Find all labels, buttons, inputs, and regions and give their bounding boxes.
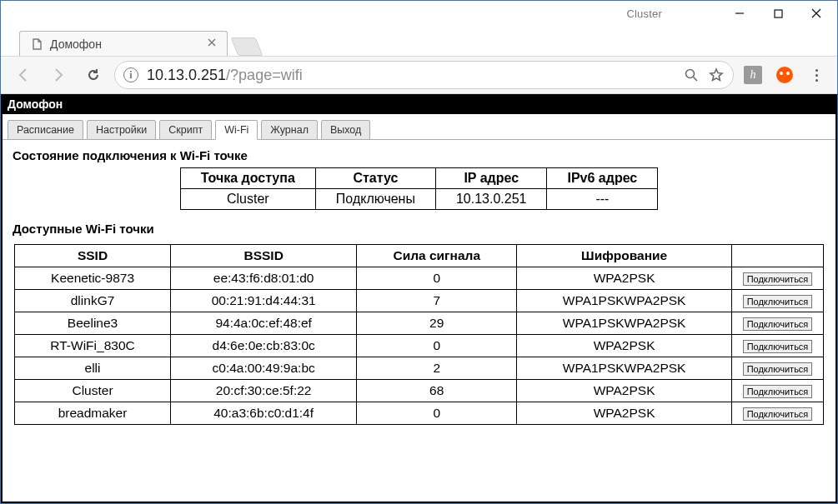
network-cell-bssid: 20:cf:30:ce:5f:22 bbox=[171, 380, 357, 402]
status-table: Точка доступаСтатусIP адресIPv6 адрес Cl… bbox=[180, 167, 659, 210]
network-action-cell: Подключиться bbox=[732, 335, 824, 357]
status-cell: 10.13.0.251 bbox=[435, 189, 547, 210]
page-tab[interactable]: Настройки bbox=[87, 120, 156, 140]
network-cell-ssid: Beeline3 bbox=[15, 312, 171, 335]
svg-rect-1 bbox=[775, 10, 782, 17]
address-bar[interactable]: i 10.13.0.251/?page=wifi bbox=[114, 61, 734, 89]
networks-header: SSID bbox=[15, 245, 171, 267]
window-title: Cluster bbox=[626, 7, 662, 20]
network-cell-ssid: Cluster bbox=[15, 380, 171, 402]
connect-button[interactable]: Подключиться bbox=[743, 317, 813, 331]
network-cell-enc: WPA2PSK bbox=[517, 335, 732, 357]
network-cell-enc: WPA1PSKWPA2PSK bbox=[517, 357, 732, 380]
new-tab-button[interactable] bbox=[231, 37, 263, 56]
url-text: 10.13.0.251/?page=wifi bbox=[147, 67, 675, 84]
status-cell: Cluster bbox=[180, 189, 315, 210]
network-cell-ssid: elli bbox=[15, 357, 171, 380]
titlebar: Cluster bbox=[1, 1, 837, 26]
forward-button[interactable] bbox=[44, 61, 73, 89]
network-cell-ssid: RT-WiFi_830C bbox=[15, 335, 171, 357]
browser-menu-button[interactable] bbox=[804, 62, 829, 87]
network-cell-signal: 0 bbox=[357, 335, 517, 357]
network-cell-signal: 29 bbox=[357, 312, 517, 335]
network-cell-signal: 68 bbox=[357, 380, 517, 402]
status-cell: Подключены bbox=[315, 189, 435, 210]
network-action-cell: Подключиться bbox=[732, 357, 824, 380]
svg-point-6 bbox=[686, 70, 695, 78]
network-cell-enc: WPA2PSK bbox=[517, 380, 732, 402]
networks-section-title: Доступные Wi-Fi точки bbox=[3, 213, 835, 241]
network-cell-ssid: breadmaker bbox=[15, 402, 171, 425]
connect-button[interactable]: Подключиться bbox=[743, 407, 813, 421]
page: Домофон РасписаниеНастройкиСкриптWi-FiЖу… bbox=[1, 94, 837, 503]
minimize-button[interactable] bbox=[720, 1, 759, 26]
network-cell-signal: 0 bbox=[357, 402, 517, 425]
status-header: Точка доступа bbox=[180, 168, 315, 189]
network-cell-signal: 7 bbox=[357, 290, 517, 312]
site-info-icon[interactable]: i bbox=[123, 67, 138, 82]
network-cell-bssid: 40:a3:6b:c0:d1:4f bbox=[171, 402, 357, 425]
svg-line-7 bbox=[694, 77, 698, 82]
status-section-title: Состояние подключения к Wi-Fi точке bbox=[3, 140, 835, 167]
network-action-cell: Подключиться bbox=[732, 312, 824, 335]
network-cell-enc: WPA2PSK bbox=[517, 402, 732, 425]
status-header: IP адрес bbox=[435, 168, 547, 189]
connect-button[interactable]: Подключиться bbox=[743, 295, 813, 308]
network-cell-signal: 0 bbox=[357, 267, 517, 290]
network-action-cell: Подключиться bbox=[732, 290, 824, 312]
network-cell-bssid: 00:21:91:d4:44:31 bbox=[171, 290, 357, 312]
browser-toolbar: i 10.13.0.251/?page=wifi h bbox=[1, 56, 837, 94]
network-row: Beeline394:4a:0c:ef:48:ef29WPA1PSKWPA2PS… bbox=[15, 312, 824, 335]
network-row: Keenetic-9873ee:43:f6:d8:01:d00WPA2PSKПо… bbox=[15, 267, 824, 290]
networks-header: Сила сигнала bbox=[357, 245, 517, 267]
network-cell-ssid: Keenetic-9873 bbox=[15, 267, 171, 290]
network-row: ellic0:4a:00:49:9a:bc2WPA1PSKWPA2PSKПодк… bbox=[15, 357, 824, 380]
status-cell: --- bbox=[547, 189, 658, 210]
maximize-button[interactable] bbox=[759, 1, 797, 26]
search-icon[interactable] bbox=[683, 67, 700, 83]
status-header: IPv6 адрес bbox=[547, 168, 658, 189]
extension-h-icon[interactable]: h bbox=[740, 62, 765, 87]
page-tab[interactable]: Журнал bbox=[261, 120, 318, 140]
browser-tab[interactable]: Домофон bbox=[19, 31, 228, 56]
networks-header: Шифрование bbox=[517, 245, 732, 267]
close-tab-icon[interactable] bbox=[207, 37, 218, 49]
network-cell-ssid: dlinkG7 bbox=[15, 290, 171, 312]
page-tab[interactable]: Расписание bbox=[8, 120, 83, 140]
browser-tab-strip: Домофон bbox=[1, 26, 837, 56]
networks-table: SSIDBSSIDСила сигналаШифрование Keenetic… bbox=[14, 244, 824, 425]
network-cell-enc: WPA1PSKWPA2PSK bbox=[517, 290, 732, 312]
page-title: Домофон bbox=[1, 94, 837, 114]
networks-header: BSSID bbox=[171, 245, 357, 267]
network-action-cell: Подключиться bbox=[732, 380, 824, 402]
network-cell-enc: WPA1PSKWPA2PSK bbox=[517, 312, 732, 335]
connect-button[interactable]: Подключиться bbox=[743, 362, 813, 376]
page-tab[interactable]: Wi-Fi bbox=[215, 120, 258, 140]
bookmark-star-icon[interactable] bbox=[708, 67, 725, 83]
network-action-cell: Подключиться bbox=[732, 267, 824, 290]
network-row: dlinkG700:21:91:d4:44:317WPA1PSKWPA2PSKП… bbox=[15, 290, 824, 312]
network-cell-bssid: c0:4a:00:49:9a:bc bbox=[171, 357, 357, 380]
browser-tab-title: Домофон bbox=[50, 37, 102, 51]
reload-button[interactable] bbox=[79, 61, 108, 89]
page-favicon bbox=[30, 37, 43, 51]
network-row: RT-WiFi_830Cd4:6e:0e:cb:83:0c0WPA2PSKПод… bbox=[15, 335, 824, 357]
network-cell-bssid: ee:43:f6:d8:01:d0 bbox=[171, 267, 357, 290]
page-tab[interactable]: Скрипт bbox=[159, 120, 212, 140]
connect-button[interactable]: Подключиться bbox=[743, 340, 813, 353]
close-window-button[interactable] bbox=[797, 1, 835, 26]
connect-button[interactable]: Подключиться bbox=[743, 385, 813, 398]
networks-header bbox=[732, 245, 824, 267]
network-row: Cluster20:cf:30:ce:5f:2268WPA2PSKПодключ… bbox=[15, 380, 824, 402]
page-tabs: РасписаниеНастройкиСкриптWi-FiЖурналВыхо… bbox=[3, 114, 835, 140]
network-action-cell: Подключиться bbox=[732, 402, 824, 425]
network-cell-signal: 2 bbox=[357, 357, 517, 380]
network-cell-bssid: 94:4a:0c:ef:48:ef bbox=[171, 312, 357, 335]
status-header: Статус bbox=[315, 168, 435, 189]
page-tab[interactable]: Выход bbox=[321, 120, 370, 140]
network-cell-enc: WPA2PSK bbox=[517, 267, 732, 290]
network-cell-bssid: d4:6e:0e:cb:83:0c bbox=[171, 335, 357, 357]
connect-button[interactable]: Подключиться bbox=[743, 272, 813, 286]
back-button[interactable] bbox=[9, 61, 38, 89]
extension-reddit-icon[interactable] bbox=[772, 62, 797, 87]
